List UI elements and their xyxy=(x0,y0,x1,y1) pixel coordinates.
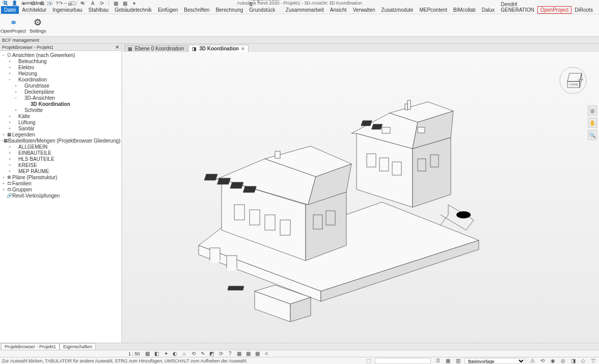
tab-ingenieurbau[interactable]: Ingenieurbau xyxy=(49,6,85,14)
analytical-icon[interactable]: ▦ xyxy=(236,351,243,357)
tab-bimcollab[interactable]: BIMcollab xyxy=(450,6,479,14)
3d-view-canvas[interactable]: VORNE LINKS ◎ ✋ 🔍 xyxy=(122,52,599,343)
tab-gebaeudetechnik[interactable]: Gebäudetechnik xyxy=(112,6,155,14)
tree-item[interactable]: −▦Bauteillisten/Mengen (Projektbrowser G… xyxy=(1,137,120,144)
project-browser-tree[interactable]: −🗋Ansichten (nach Gewerken)+Beleuchtung+… xyxy=(0,51,121,343)
tree-item[interactable]: +▦Legenden xyxy=(1,131,120,137)
save-icon[interactable]: 🗋 xyxy=(30,0,37,6)
close-hidden-icon[interactable]: ▦ xyxy=(121,0,128,6)
subtab-bcf[interactable]: BCF management xyxy=(2,38,39,43)
tree-toggle-icon[interactable]: + xyxy=(7,169,12,174)
tree-toggle-icon[interactable]: + xyxy=(7,126,12,131)
tab-aendern[interactable]: Ändern xyxy=(596,6,599,14)
scroll-left-icon[interactable]: < xyxy=(263,351,270,357)
pan-button[interactable]: ✋ xyxy=(588,118,597,128)
reveal-hidden-icon[interactable]: ? xyxy=(227,351,234,357)
tree-toggle-icon[interactable]: + xyxy=(7,71,12,76)
tree-toggle-icon[interactable]: + xyxy=(7,157,12,161)
undo-icon[interactable]: ⎌ xyxy=(48,0,55,6)
visual-style-icon[interactable]: ◧ xyxy=(153,351,160,357)
status-warn-icon[interactable]: ⚠ xyxy=(529,358,536,364)
tree-toggle-icon[interactable]: + xyxy=(7,151,12,155)
tree-toggle-icon[interactable]: + xyxy=(13,90,18,94)
tree-item[interactable]: +Kälte xyxy=(1,113,120,119)
bottom-tab-browser[interactable]: Projektbrowser - Projekt1 xyxy=(1,343,60,350)
tab-beschriften[interactable]: Beschriften xyxy=(181,6,212,14)
steering-wheel-button[interactable]: ◎ xyxy=(588,105,597,116)
tab-zusammenarbeit[interactable]: Zusammenarbeit xyxy=(283,6,327,14)
tree-toggle-icon[interactable]: + xyxy=(7,145,12,149)
view-scale[interactable]: 1 : 50 xyxy=(126,351,142,356)
tab-dalux[interactable]: Dalux xyxy=(479,6,498,14)
tree-item[interactable]: +Sanitär xyxy=(1,125,120,131)
status-filter-icon[interactable]: ▽ xyxy=(590,358,597,364)
tree-toggle-icon[interactable]: − xyxy=(1,53,6,58)
tree-toggle-icon[interactable]: + xyxy=(1,181,6,186)
selection-icon[interactable]: ⬚ xyxy=(365,358,372,364)
tree-item[interactable]: +Heizung xyxy=(1,70,120,76)
status-link-icon[interactable]: ◉ xyxy=(549,358,556,364)
tab-zusatzmodule[interactable]: Zusatzmodule xyxy=(378,6,417,14)
zoom-button[interactable]: 🔍 xyxy=(588,130,597,140)
tree-item[interactable]: −🗋Ansichten (nach Gewerken) xyxy=(1,52,120,58)
tab-ansicht[interactable]: Ansicht xyxy=(327,6,350,14)
settings-button[interactable]: ⚙ Settings xyxy=(26,15,49,36)
tree-item[interactable]: −3D-Ansichten xyxy=(1,95,120,101)
editable-icon[interactable]: ▥ xyxy=(454,358,461,364)
worksharing-icon[interactable]: ▦ xyxy=(254,351,261,357)
viewcube[interactable]: VORNE LINKS xyxy=(557,62,589,94)
tab-stahlbau[interactable]: Stahlbau xyxy=(86,6,112,14)
hide-isolate-icon[interactable]: ⟳ xyxy=(217,351,225,357)
tab-architektur[interactable]: Architektur xyxy=(19,6,49,14)
crop-icon[interactable]: ⟲ xyxy=(190,351,197,357)
view-tab-ebene0[interactable]: ▦ Ebene 0 Koordination xyxy=(124,45,187,52)
tree-toggle-icon[interactable]: + xyxy=(1,187,6,192)
tree-item[interactable]: +🗀Familien xyxy=(1,180,120,186)
tab-dendrit[interactable]: Dendrit GENERATION xyxy=(498,1,537,14)
text-icon[interactable]: A xyxy=(89,0,96,6)
tree-toggle-icon[interactable]: − xyxy=(13,96,18,100)
open-icon[interactable]: ▸ xyxy=(20,0,28,6)
tab-verwalten[interactable]: Verwalten xyxy=(350,6,378,14)
refresh-icon[interactable]: ⟳ xyxy=(98,0,105,6)
rendering-icon[interactable]: ☼ xyxy=(181,351,188,357)
tab-mepcontent[interactable]: MEPcontent xyxy=(416,6,450,14)
measure-icon[interactable]: ≡ xyxy=(80,0,87,6)
tree-item[interactable]: +Elektro xyxy=(1,64,120,70)
tree-item[interactable]: +Schnitte xyxy=(1,107,120,113)
tree-item[interactable]: 🔗Revit-Verknüpfungen xyxy=(1,192,120,199)
tree-item[interactable]: −Koordination xyxy=(1,76,120,82)
tree-toggle-icon[interactable]: + xyxy=(7,120,12,125)
sun-path-icon[interactable]: ✦ xyxy=(162,351,170,357)
view-tab-3dkoord[interactable]: ◨ 3D Koordination ✕ xyxy=(188,45,249,52)
tab-datei[interactable]: Datei xyxy=(1,6,19,14)
tree-item[interactable]: +Lüftung xyxy=(1,119,120,125)
tree-toggle-icon[interactable]: + xyxy=(13,108,18,113)
bottom-tab-properties[interactable]: Eigenschaften xyxy=(60,343,96,350)
openproject-button[interactable]: ⚭ OpenProject xyxy=(2,15,24,36)
tree-item[interactable]: +🗀Gruppen xyxy=(1,186,120,192)
tree-item[interactable]: +EINBAUTEILE xyxy=(1,150,120,156)
tab-diroots[interactable]: DiRoots xyxy=(571,6,596,14)
tree-toggle-icon[interactable]: − xyxy=(7,77,12,82)
tree-toggle-icon[interactable]: + xyxy=(7,163,12,167)
sync-icon[interactable]: 🖶 xyxy=(39,0,46,6)
lock-3d-icon[interactable]: ◩ xyxy=(208,351,215,357)
tree-toggle-icon[interactable]: + xyxy=(13,83,18,88)
panel-close-button[interactable]: ✕ xyxy=(115,44,119,50)
thin-lines-icon[interactable]: ▦ xyxy=(112,0,119,6)
worksets-icon[interactable]: ▦ xyxy=(444,358,451,364)
tree-item[interactable]: +MEP RÄUME xyxy=(1,168,120,174)
tree-item[interactable]: +Grundrisse xyxy=(1,82,120,89)
shadows-icon[interactable]: ◐ xyxy=(172,351,179,357)
filter-input[interactable] xyxy=(375,358,431,364)
tree-toggle-icon[interactable]: + xyxy=(7,59,12,64)
constraints-icon[interactable]: ▦ xyxy=(245,351,252,357)
tree-item[interactable]: +🗎Pläne (Planstruktur) xyxy=(1,174,120,180)
tree-toggle-icon[interactable]: + xyxy=(1,132,6,137)
status-sync-icon[interactable]: ⟲ xyxy=(539,358,546,364)
detail-level-icon[interactable]: ▦ xyxy=(144,351,151,357)
redo-icon[interactable]: ↷ xyxy=(57,0,64,6)
revit-logo-icon[interactable]: R xyxy=(2,0,9,6)
tree-item[interactable]: +ALLGEMEIN xyxy=(1,144,120,150)
